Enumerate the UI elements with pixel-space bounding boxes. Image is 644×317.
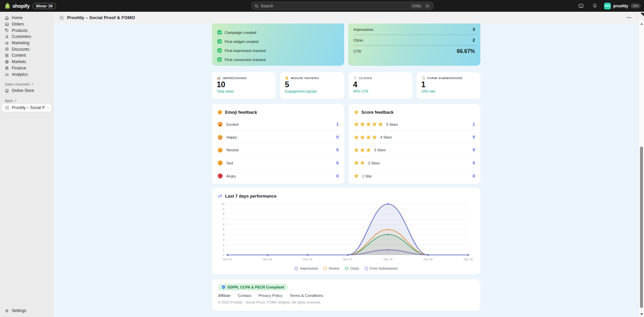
- sidebar-item-orders[interactable]: Orders: [2, 21, 52, 28]
- onboarding-row: Campaign created First widget created Fi…: [212, 23, 480, 66]
- legend-swatch-icon: [365, 267, 368, 270]
- bar-chart-icon: [5, 72, 9, 76]
- sidebar-item-proofdy-app[interactable]: Proofdy – Social Proo...: [2, 104, 52, 112]
- checklist-item: Campaign created: [217, 28, 339, 37]
- svg-text:9: 9: [223, 207, 224, 211]
- checkmark-icon: [217, 39, 222, 44]
- stat-card-clicks: CLICKS 4 40% CTR: [348, 72, 412, 99]
- excited-emoji-icon: [217, 121, 223, 127]
- feedback-row: Emoji feedback Excited 1 Happy 0: [212, 104, 480, 184]
- search-input[interactable]: [261, 4, 409, 8]
- scrollbar-thumb[interactable]: [640, 147, 643, 308]
- pointing-hand-icon: [285, 76, 289, 80]
- stat-value: 4: [353, 81, 408, 89]
- sidebar-item-home[interactable]: Home: [2, 15, 52, 21]
- feedback-count: 0: [336, 135, 339, 140]
- score-feedback-row-3: 3 Stars 0: [354, 144, 475, 157]
- winter-edition-badge[interactable]: Winter '26: [33, 3, 56, 9]
- global-search[interactable]: CTRL K: [252, 2, 433, 10]
- bank-icon: [5, 66, 9, 70]
- chart-legend: Impressions Hovers Clicks Form Submissio…: [217, 267, 475, 270]
- legend-swatch-icon: [345, 267, 348, 270]
- sidebar-item-finance[interactable]: Finance: [2, 65, 52, 71]
- legend-item-hovers[interactable]: Hovers: [323, 267, 339, 270]
- compliance-badge: GDPR, CCPA & PECR Compliant: [218, 284, 288, 290]
- sidebar-item-customers[interactable]: Customers: [2, 34, 52, 40]
- page-header: Proofdy – Social Proof & FOMO: [54, 12, 644, 23]
- svg-text:4: 4: [223, 233, 224, 236]
- feedback-count: 0: [473, 161, 475, 165]
- shopify-wordmark: shopify: [12, 3, 30, 9]
- sales-channels-section[interactable]: Sales channels: [5, 82, 49, 86]
- sidebar-item-content[interactable]: Content: [2, 52, 52, 59]
- stat-subtitle: 40% CTR: [353, 89, 408, 93]
- summary-row: Impressions 3: [354, 24, 475, 35]
- caret-up-icon: [47, 107, 49, 109]
- performance-summary-card: Impressions 3 Clicks 2 CTR 66.67%: [348, 23, 480, 66]
- sidebar-item-marketing[interactable]: Marketing: [2, 40, 52, 46]
- summary-row: Clicks 2: [354, 35, 475, 46]
- checklist-item: First widget created: [217, 37, 339, 46]
- footer-link-affiliate[interactable]: Affiliate: [218, 294, 231, 298]
- stat-subtitle: 10% rate: [421, 89, 476, 93]
- footer-link-terms[interactable]: Terms & Conditions: [290, 294, 323, 298]
- sidebar-item-discounts[interactable]: Discounts: [2, 46, 52, 52]
- vertical-scrollbar[interactable]: [639, 20, 644, 317]
- svg-text:10: 10: [221, 202, 225, 206]
- stat-value: 5: [285, 81, 339, 89]
- shopify-logo[interactable]: S shopify: [0, 3, 30, 9]
- sidebar-item-products[interactable]: Products: [2, 27, 52, 34]
- sidebar-item-analytics[interactable]: Analytics: [2, 71, 52, 77]
- scroll-up-arrow[interactable]: [640, 23, 643, 25]
- legend-item-impressions[interactable]: Impressions: [294, 267, 318, 270]
- footer-link-contact[interactable]: Contact: [238, 294, 251, 298]
- footer-link-privacy-policy[interactable]: Privacy Policy: [259, 294, 283, 298]
- emoji-feedback-card: Emoji feedback Excited 1 Happy 0: [212, 104, 344, 184]
- legend-swatch-icon: [294, 267, 298, 270]
- emoji-feedback-row-angry: Angry 0: [217, 170, 339, 182]
- chart-increasing-icon: [217, 194, 222, 199]
- stat-subtitle: Engagement signals: [285, 89, 339, 93]
- legend-item-form-submissions[interactable]: Form Submissions: [365, 267, 398, 270]
- legend-item-clicks[interactable]: Clicks: [345, 267, 359, 270]
- feedback-count: 0: [336, 148, 339, 152]
- sidebar-item-online-store[interactable]: Online Store: [2, 88, 52, 94]
- scroll-down-arrow[interactable]: [640, 313, 643, 315]
- kbd-ctrl: CTRL: [411, 3, 423, 8]
- stat-value: 10: [217, 81, 271, 89]
- neutral-emoji-icon: [217, 147, 223, 153]
- onboarding-checklist-card: Campaign created First widget created Fi…: [212, 23, 344, 66]
- legend-swatch-icon: [323, 267, 327, 270]
- score-feedback-card: Score feedback 5 Stars 1 4 Star: [348, 104, 481, 184]
- more-actions-button[interactable]: [626, 15, 633, 20]
- stat-value: 1: [421, 81, 476, 89]
- shopify-bag-icon: S: [4, 3, 10, 9]
- five-stars-icon: [354, 122, 383, 127]
- three-stars-icon: [354, 148, 371, 153]
- svg-text:Dec 26: Dec 26: [303, 258, 312, 261]
- notifications-button[interactable]: [590, 2, 599, 10]
- sidebar-item-markets[interactable]: Markets: [2, 59, 52, 65]
- emoji-feedback-row-excited: Excited 1: [217, 118, 339, 131]
- svg-text:5: 5: [223, 228, 224, 231]
- memo-icon: [421, 76, 425, 80]
- sidekick-button[interactable]: [577, 2, 585, 10]
- one-star-icon: [354, 173, 359, 178]
- apps-section[interactable]: Apps: [5, 99, 49, 103]
- smiley-icon: [217, 110, 222, 115]
- svg-text:6: 6: [223, 223, 224, 226]
- svg-text:8: 8: [223, 212, 224, 216]
- storefront-icon: [5, 89, 9, 93]
- checkmark-icon: [217, 57, 222, 62]
- corner-marker: [640, 13, 644, 16]
- score-feedback-row-1: 1 Star 0: [354, 170, 475, 182]
- happy-emoji-icon: [217, 135, 223, 140]
- search-icon: [255, 4, 259, 8]
- sidebar-item-settings[interactable]: Settings: [2, 307, 52, 314]
- account-menu[interactable]: PRO proofdy dev: [604, 3, 641, 9]
- gear-icon: [5, 309, 9, 313]
- card-title: Score feedback: [362, 110, 394, 115]
- svg-text:S: S: [6, 4, 8, 8]
- footer-links: Affiliate· Contact· Privacy Policy· Term…: [218, 294, 474, 298]
- store-avatar: PRO: [604, 3, 611, 9]
